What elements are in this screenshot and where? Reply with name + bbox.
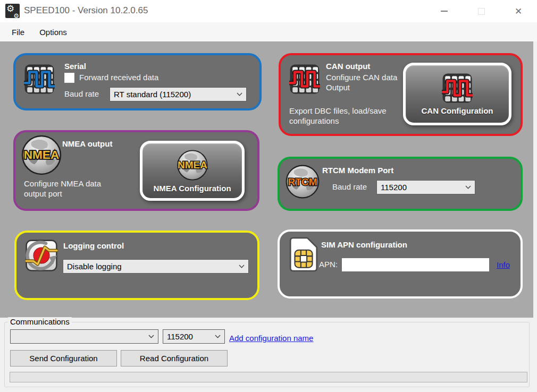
serial-baud-select[interactable]: RT standard (115200) [110,87,247,101]
communications-label: Communications [8,317,72,326]
svg-text:NMEA: NMEA [178,159,207,171]
nmea-title: NMEA output [62,139,112,148]
sim-card-icon [289,237,318,272]
chevron-down-icon [239,265,245,268]
gear-icon: ⚙ [13,12,19,20]
apn-row: APN: Info [319,258,510,271]
titlebar: ⚙ ⚙ SPEED100 - Version 10.2.0.65 ✕ [0,0,537,22]
comm-baud-select[interactable]: 115200 [163,329,225,344]
apn-label: APN: [319,260,338,270]
can-subtitle: Configure CAN data Output [326,73,406,93]
minimize-icon [441,11,448,12]
close-icon: ✕ [515,6,522,17]
sim-panel: SIM APN configuration APN: Info [278,229,523,299]
main-area: Serial Forward received data Baud rate R… [0,41,533,318]
forward-data-row: Forward received data [64,73,158,83]
serial-baud-label: Baud rate [64,89,99,99]
app-gears-icon: ⚙ ⚙ [5,4,20,18]
maximize-icon [478,8,485,15]
logging-title: Logging control [63,241,124,250]
logging-panel: Logging control Disable logging [14,231,259,300]
can-title: CAN output [326,62,370,71]
rtcm-baud-row: Baud rate 115200 [332,180,475,194]
serial-baud-row: Baud rate RT standard (115200) [64,87,247,101]
rtcm-baud-label: Baud rate [332,182,367,192]
menu-file[interactable]: File [0,22,32,41]
svg-text:NMEA: NMEA [24,148,59,161]
minimize-button[interactable] [425,0,463,22]
nmea-configuration-label: NMEA Configuration [153,184,231,193]
chevron-down-icon [465,185,471,189]
nmea-description: Configure NMEA data output port [24,179,125,199]
window-title: SPEED100 - Version 10.2.0.65 [24,5,148,16]
config-name-select[interactable] [10,329,158,344]
apn-input[interactable] [342,258,489,271]
chevron-down-icon [215,335,221,338]
can-waveform-icon [289,64,320,95]
chevron-down-icon [237,92,242,96]
forward-data-label: Forward received data [79,73,158,83]
rtcm-globe-icon: RTCM [285,164,320,199]
nmea-globe-icon: NMEA [21,134,62,176]
close-button[interactable]: ✕ [500,0,537,22]
can-configuration-label: CAN Configuration [422,106,493,115]
sim-title: SIM APN configuration [321,240,407,249]
add-configuration-name-link[interactable]: Add configuration name [229,334,313,343]
can-waveform-icon [442,73,473,104]
svg-text:RTCM: RTCM [288,176,317,188]
logging-mode-select[interactable]: Disable logging [63,259,249,274]
window-controls: ✕ [425,0,537,22]
progress-bar [10,372,527,382]
rtcm-baud-select[interactable]: 115200 [376,180,475,194]
logging-icon [25,239,58,272]
serial-panel: Serial Forward received data Baud rate R… [13,53,262,110]
forward-data-checkbox[interactable] [64,73,74,83]
nmea-globe-icon: NMEA [177,149,208,181]
send-configuration-button[interactable]: Send Configuration [10,350,117,367]
rtcm-panel: RTCM RTCM Modem Port Baud rate 115200 [278,157,523,211]
menu-options[interactable]: Options [32,22,74,41]
can-configuration-button[interactable]: CAN Configuration [403,63,511,125]
info-link[interactable]: Info [497,260,510,269]
chevron-down-icon [148,335,154,338]
bottom-section: Communications 115200 Add configuration … [0,318,537,392]
serial-waveform-icon [24,64,55,95]
read-configuration-button[interactable]: Read Configuration [121,350,228,367]
menubar: File Options [0,22,537,41]
communications-groupbox: Communications 115200 Add configuration … [4,322,530,387]
serial-title: Serial [64,62,86,71]
can-description: Export DBC files, load/save configuratio… [289,106,413,126]
rtcm-title: RTCM Modem Port [322,166,393,175]
maximize-button[interactable] [463,0,500,22]
nmea-configuration-button[interactable]: NMEA NMEA Configuration [140,141,245,201]
nmea-panel: NMEA NMEA output Configure NMEA data out… [13,130,259,211]
can-panel: CAN output Configure CAN data Output Exp… [279,53,523,136]
